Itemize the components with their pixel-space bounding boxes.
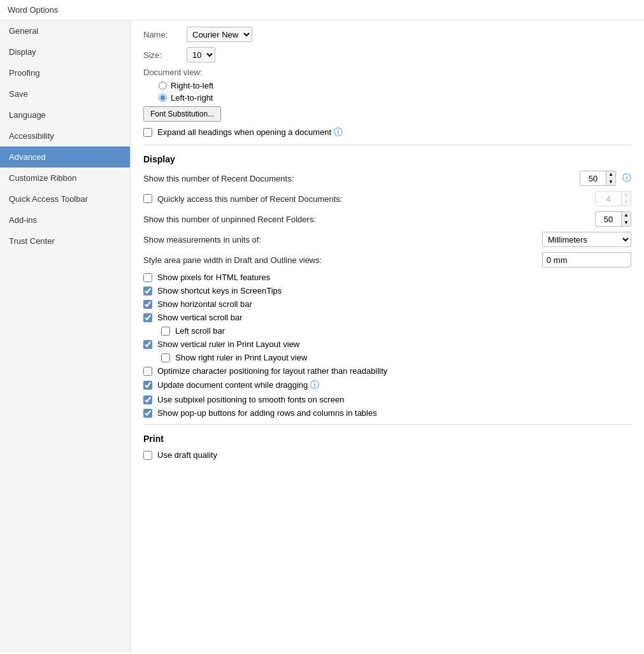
quick-recent-docs-checkbox-row: Quickly access this number of Recent Doc… <box>143 194 589 204</box>
radio-ltr-row: Left-to-right <box>143 93 631 103</box>
sidebar-item-general[interactable]: General <box>0 20 130 41</box>
sidebar-item-proofing[interactable]: Proofing <box>0 62 130 83</box>
unpinned-folders-spinbox-btns: ▲ ▼ <box>621 211 631 227</box>
subpixel-checkbox[interactable] <box>143 395 152 404</box>
draft-quality-row: Use draft quality <box>143 450 631 460</box>
left-scroll-label: Left scroll bar <box>175 326 225 336</box>
draft-quality-label: Use draft quality <box>157 450 217 460</box>
window-title: Word Options <box>0 0 644 20</box>
vert-ruler-label: Show vertical ruler in Print Layout view <box>157 339 299 349</box>
measurements-row: Show measurements in units of: Millimete… <box>143 232 631 247</box>
quick-recent-docs-input[interactable]: 4 <box>596 192 621 206</box>
font-size-row: Size: 10 <box>143 47 631 62</box>
pixels-html-row: Show pixels for HTML features <box>143 273 631 282</box>
unpinned-folders-spinbox: 50 ▲ ▼ <box>595 211 631 227</box>
shortcut-keys-checkbox[interactable] <box>143 287 152 295</box>
vert-ruler-row: Show vertical ruler in Print Layout view <box>143 339 631 349</box>
style-area-row: Style area pane width in Draft and Outli… <box>143 252 631 267</box>
display-section-heading: Display <box>143 154 631 164</box>
left-scroll-row: Left scroll bar <box>143 326 631 336</box>
vert-scroll-row: Show vertical scroll bar <box>143 313 631 322</box>
char-pos-checkbox[interactable] <box>143 367 152 376</box>
content-area: Name: Courier New Size: 10 Document view… <box>131 20 644 653</box>
unpinned-folders-decrement[interactable]: ▼ <box>622 219 631 227</box>
popup-btns-row: Show pop-up buttons for adding rows and … <box>143 408 631 418</box>
expand-headings-checkbox[interactable] <box>143 128 152 137</box>
draft-quality-checkbox[interactable] <box>143 451 152 460</box>
font-name-label: Name: <box>143 30 182 39</box>
quick-recent-docs-row: Quickly access this number of Recent Doc… <box>143 191 631 206</box>
radio-rtl-label: Right-to-left <box>171 81 213 90</box>
popup-btns-checkbox[interactable] <box>143 409 152 418</box>
recent-docs-info-icon[interactable]: ⓘ <box>622 173 631 184</box>
char-pos-row: Optimize character positioning for layou… <box>143 366 631 376</box>
sidebar-item-save[interactable]: Save <box>0 83 130 104</box>
sidebar: General Display Proofing Save Language A… <box>0 20 131 653</box>
sidebar-item-display[interactable]: Display <box>0 41 130 62</box>
sidebar-item-customize-ribbon[interactable]: Customize Ribbon <box>0 167 130 188</box>
sidebar-item-trust-center[interactable]: Trust Center <box>0 231 130 252</box>
subpixel-label: Use subpixel positioning to smooth fonts… <box>157 395 344 404</box>
document-view-radio-group: Right-to-left Left-to-right <box>143 81 631 103</box>
quick-recent-docs-increment: ▲ <box>622 191 631 199</box>
print-section-heading: Print <box>143 434 631 444</box>
font-size-label: Size: <box>143 50 182 60</box>
recent-docs-spinbox: 50 ▲ ▼ <box>580 171 616 186</box>
expand-headings-info-icon[interactable]: ⓘ <box>334 127 343 137</box>
pixels-html-checkbox[interactable] <box>143 273 152 282</box>
measurements-select[interactable]: Millimeters Inches Centimeters Points Pi… <box>542 232 631 247</box>
recent-docs-decrement[interactable]: ▼ <box>606 178 615 186</box>
shortcut-keys-row: Show shortcut keys in ScreenTips <box>143 286 631 295</box>
unpinned-folders-row: Show this number of unpinned Recent Fold… <box>143 211 631 227</box>
sidebar-item-quick-access-toolbar[interactable]: Quick Access Toolbar <box>0 188 130 210</box>
quick-recent-docs-decrement: ▼ <box>622 199 631 206</box>
unpinned-folders-label: Show this number of unpinned Recent Fold… <box>143 215 589 224</box>
update-drag-checkbox[interactable] <box>143 381 152 390</box>
recent-docs-label: Show this number of Recent Documents: <box>143 174 573 183</box>
quick-recent-docs-checkbox[interactable] <box>143 194 152 203</box>
document-view-label: Document view: <box>143 68 631 77</box>
unpinned-folders-input[interactable]: 50 <box>596 212 621 226</box>
unpinned-folders-increment[interactable]: ▲ <box>622 211 631 219</box>
sidebar-item-add-ins[interactable]: Add-ins <box>0 210 130 231</box>
sidebar-item-language[interactable]: Language <box>0 104 130 125</box>
horiz-scroll-label: Show horizontal scroll bar <box>157 299 252 309</box>
sidebar-item-advanced[interactable]: Advanced <box>0 146 130 167</box>
radio-ltr[interactable] <box>159 94 167 102</box>
radio-rtl[interactable] <box>159 82 167 90</box>
update-drag-row: Update document content while dragging ⓘ <box>143 380 631 391</box>
expand-headings-label: Expand all headings when opening a docum… <box>157 127 343 138</box>
style-area-input[interactable]: 0 mm <box>542 252 631 267</box>
left-scroll-checkbox[interactable] <box>161 327 170 336</box>
subpixel-row: Use subpixel positioning to smooth fonts… <box>143 395 631 404</box>
recent-docs-increment[interactable]: ▲ <box>606 171 615 178</box>
right-ruler-label: Show right ruler in Print Layout view <box>175 353 307 362</box>
style-area-label: Style area pane width in Draft and Outli… <box>143 255 536 265</box>
horiz-scroll-checkbox[interactable] <box>143 300 152 309</box>
font-size-select[interactable]: 10 <box>187 47 215 62</box>
measurements-label: Show measurements in units of: <box>143 235 536 245</box>
vert-scroll-label: Show vertical scroll bar <box>157 313 243 322</box>
vert-ruler-checkbox[interactable] <box>143 340 152 349</box>
quick-recent-docs-spinbox-btns: ▲ ▼ <box>621 191 631 206</box>
horiz-scroll-row: Show horizontal scroll bar <box>143 299 631 309</box>
update-drag-label: Update document content while dragging ⓘ <box>157 380 319 391</box>
shortcut-keys-label: Show shortcut keys in ScreenTips <box>157 286 282 295</box>
popup-btns-label: Show pop-up buttons for adding rows and … <box>157 408 377 418</box>
quick-recent-docs-spinbox: 4 ▲ ▼ <box>595 191 631 206</box>
char-pos-label: Optimize character positioning for layou… <box>157 366 387 376</box>
recent-docs-row: Show this number of Recent Documents: 50… <box>143 171 631 186</box>
pixels-html-label: Show pixels for HTML features <box>157 273 270 282</box>
vert-scroll-checkbox[interactable] <box>143 313 152 322</box>
font-name-select[interactable]: Courier New <box>187 27 252 42</box>
expand-headings-row: Expand all headings when opening a docum… <box>143 127 631 138</box>
radio-rtl-row: Right-to-left <box>143 81 631 90</box>
right-ruler-checkbox[interactable] <box>161 353 170 362</box>
sidebar-item-accessibility[interactable]: Accessibility <box>0 125 130 146</box>
recent-docs-spinbox-btns: ▲ ▼ <box>606 171 615 186</box>
update-drag-info-icon[interactable]: ⓘ <box>310 380 319 390</box>
font-substitution-button[interactable]: Font Substitution... <box>143 106 221 122</box>
right-ruler-row: Show right ruler in Print Layout view <box>143 353 631 362</box>
recent-docs-input[interactable]: 50 <box>580 171 606 185</box>
quick-recent-docs-label: Quickly access this number of Recent Doc… <box>157 194 589 204</box>
